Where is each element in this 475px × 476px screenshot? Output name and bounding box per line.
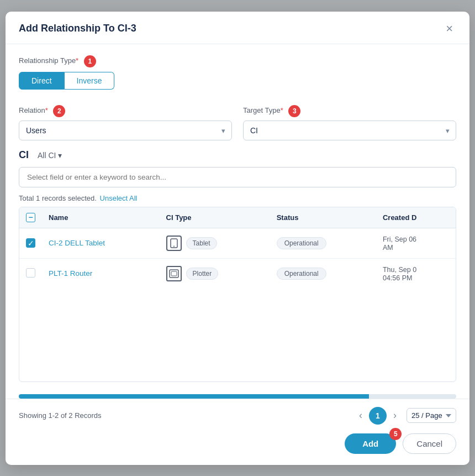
table-cell-created: Thu, Sep 004:56 PM (376, 258, 456, 289)
tablet-icon (166, 236, 182, 251)
records-info: Total 1 records selected. Unselect All (19, 194, 456, 202)
svg-rect-2 (170, 270, 178, 278)
close-button[interactable]: × (442, 22, 456, 36)
relationship-type-section: Relationship Type* 1 Direct Inverse (19, 55, 456, 101)
prev-page-button[interactable]: ‹ (356, 409, 366, 422)
table-header-status: Status (270, 207, 376, 228)
status-badge: Operational (277, 268, 326, 280)
table-header-row: − Name CI Type Status Created D (19, 207, 456, 228)
ci-type-badge: Tablet (186, 237, 217, 249)
svg-rect-3 (171, 271, 177, 276)
table-cell-checkbox: ✓ (19, 228, 42, 258)
ci-name-link[interactable]: CI-2 DELL Tablet (49, 239, 105, 247)
target-type-select-wrapper: CI User Asset ▾ (243, 121, 456, 140)
table-cell-checkbox (19, 258, 42, 289)
table-cell-created: Fri, Sep 06AM (376, 228, 456, 258)
modal-header: Add Relationship To CI-3 × (6, 12, 469, 44)
pagination-controls: ‹ 1 › 10 / Page 25 / Page 50 / Page (356, 407, 456, 425)
table-cell-name: CI-2 DELL Tablet (42, 228, 160, 258)
svg-point-1 (173, 245, 175, 247)
table-cell-ci-type: Plotter (160, 258, 270, 289)
chevron-down-icon: ▾ (58, 151, 62, 160)
modal-overlay: Add Relationship To CI-3 × Relationship … (0, 0, 475, 476)
table-header-name: Name (42, 207, 160, 228)
row-1-checkbox[interactable]: ✓ (26, 238, 35, 248)
table-header-ci-type: CI Type (160, 207, 270, 228)
ci-label: CI (19, 149, 29, 161)
step-5-badge: 5 (389, 428, 402, 440)
target-type-select[interactable]: CI User Asset (243, 121, 456, 140)
relation-target-row: Relation* 2 Users Managed By Connected T… (19, 105, 456, 140)
relation-select-wrapper: Users Managed By Connected To ▾ (19, 121, 232, 140)
inverse-button[interactable]: Inverse (65, 72, 115, 90)
target-type-label: Target Type* 3 (243, 105, 456, 117)
relationship-type-toggle: Direct Inverse (19, 72, 456, 90)
add-button[interactable]: Add 5 (345, 433, 396, 454)
ci-table-wrap: − Name CI Type Status Created D ✓ (19, 207, 456, 382)
status-badge: Operational (277, 237, 326, 249)
table-row: PLT-1 Router (19, 258, 456, 289)
per-page-select[interactable]: 10 / Page 25 / Page 50 / Page (407, 408, 456, 423)
step-2-badge: 2 (53, 105, 65, 117)
ci-header-row: CI All CI ▾ (19, 149, 456, 161)
showing-text: Showing 1-2 of 2 Records (19, 411, 102, 420)
select-all-checkbox[interactable]: − (26, 213, 35, 222)
ci-table: − Name CI Type Status Created D ✓ (19, 207, 456, 289)
step-1-badge: 1 (84, 55, 96, 67)
table-row: ✓ CI-2 DELL Tablet (19, 228, 456, 258)
modal-body: Relationship Type* 1 Direct Inverse Rela… (6, 44, 469, 399)
relation-field-group: Relation* 2 Users Managed By Connected T… (19, 105, 232, 140)
relation-label: Relation* 2 (19, 105, 232, 117)
step-3-badge: 3 (288, 105, 300, 117)
all-ci-button[interactable]: All CI ▾ (33, 149, 66, 161)
plotter-icon (166, 266, 182, 281)
horizontal-scrollbar[interactable] (19, 394, 456, 399)
next-page-button[interactable]: › (390, 409, 400, 422)
relation-select[interactable]: Users Managed By Connected To (19, 121, 232, 140)
action-row: Add 5 Cancel (6, 425, 469, 465)
table-cell-ci-type: Tablet (160, 228, 270, 258)
table-cell-status: Operational (270, 258, 376, 289)
table-header-created: Created D (376, 207, 456, 228)
relationship-type-label: Relationship Type* 1 (19, 55, 456, 67)
scrollbar-area (19, 389, 456, 399)
table-header-checkbox: − (19, 207, 42, 228)
search-input[interactable] (19, 167, 456, 187)
modal-title: Add Relationship To CI-3 (19, 23, 136, 34)
table-cell-name: PLT-1 Router (42, 258, 160, 289)
current-page[interactable]: 1 (369, 407, 387, 425)
pagination-row: Showing 1-2 of 2 Records ‹ 1 › 10 / Page… (6, 399, 469, 425)
add-relationship-modal: Add Relationship To CI-3 × Relationship … (6, 12, 469, 465)
cancel-button[interactable]: Cancel (403, 433, 456, 454)
table-cell-status: Operational (270, 228, 376, 258)
ci-type-badge: Plotter (186, 268, 219, 280)
direct-button[interactable]: Direct (19, 72, 65, 90)
ci-name-link[interactable]: PLT-1 Router (49, 269, 92, 278)
target-type-field-group: Target Type* 3 CI User Asset ▾ (243, 105, 456, 140)
row-2-checkbox[interactable] (26, 268, 35, 278)
unselect-all-link[interactable]: Unselect All (100, 194, 138, 202)
